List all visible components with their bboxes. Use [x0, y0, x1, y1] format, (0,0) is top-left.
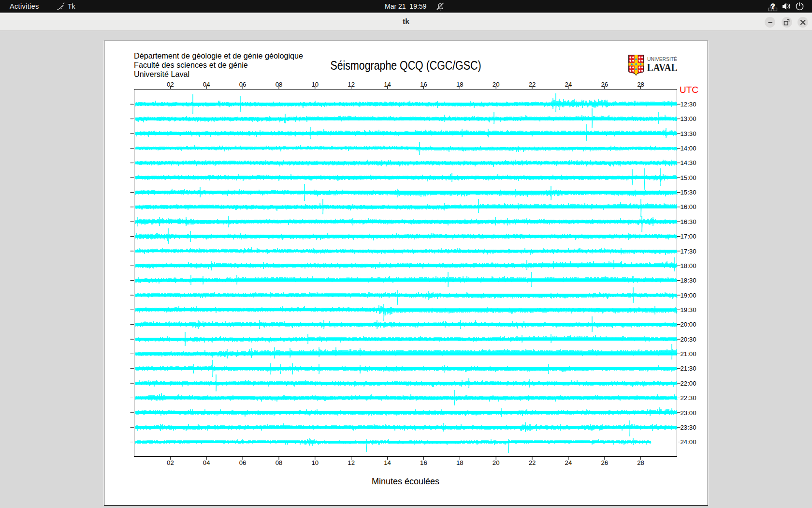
svg-text:16: 16 — [420, 459, 427, 466]
svg-text:20:00: 20:00 — [681, 321, 696, 328]
svg-text:04: 04 — [203, 81, 210, 88]
svg-text:23:30: 23:30 — [681, 424, 696, 431]
svg-text:06: 06 — [239, 459, 246, 466]
svg-text:14: 14 — [384, 459, 391, 466]
svg-text:20:30: 20:30 — [681, 336, 696, 343]
svg-text:UTC: UTC — [680, 85, 698, 95]
svg-text:10: 10 — [311, 459, 319, 466]
svg-text:10: 10 — [311, 81, 319, 88]
svg-text:Département de géologie et de: Département de géologie et de génie géol… — [134, 51, 303, 60]
svg-text:16:30: 16:30 — [681, 218, 696, 225]
svg-text:28: 28 — [637, 459, 644, 466]
svg-text:24:00: 24:00 — [681, 438, 696, 446]
svg-text:18:30: 18:30 — [681, 277, 696, 284]
svg-text:02: 02 — [167, 459, 174, 466]
svg-text:08: 08 — [276, 81, 283, 88]
svg-text:02: 02 — [167, 81, 174, 88]
svg-text:LAVAL: LAVAL — [647, 61, 678, 74]
svg-text:18: 18 — [456, 459, 464, 466]
svg-text:15:00: 15:00 — [681, 174, 696, 181]
svg-text:14:30: 14:30 — [681, 159, 696, 166]
svg-text:04: 04 — [203, 459, 210, 466]
svg-text:Université Laval: Université Laval — [134, 70, 189, 78]
svg-text:Séismographe QCQ (CGC/GSC): Séismographe QCQ (CGC/GSC) — [331, 59, 481, 72]
svg-text:22:00: 22:00 — [681, 380, 696, 387]
svg-text:23:00: 23:00 — [681, 409, 696, 417]
svg-text:14: 14 — [384, 81, 391, 88]
svg-text:26: 26 — [601, 459, 608, 466]
svg-text:24: 24 — [565, 81, 572, 88]
svg-text:16:00: 16:00 — [681, 203, 696, 210]
svg-text:06: 06 — [239, 81, 246, 88]
svg-text:15:30: 15:30 — [681, 189, 696, 196]
svg-text:13:00: 13:00 — [681, 115, 696, 122]
svg-text:Minutes écoulées: Minutes écoulées — [372, 477, 439, 486]
svg-text:22: 22 — [529, 81, 536, 88]
svg-text:21:00: 21:00 — [681, 350, 696, 358]
svg-text:21:30: 21:30 — [681, 365, 696, 372]
svg-text:18:00: 18:00 — [681, 262, 696, 269]
svg-text:19:00: 19:00 — [681, 292, 696, 299]
svg-text:08: 08 — [276, 459, 283, 466]
svg-text:13:30: 13:30 — [681, 130, 696, 137]
svg-text:14:00: 14:00 — [681, 145, 696, 152]
svg-text:20: 20 — [493, 81, 500, 88]
svg-text:17:30: 17:30 — [681, 248, 696, 255]
svg-text:16: 16 — [420, 81, 427, 88]
svg-text:Faculté des sciences et de gén: Faculté des sciences et de génie — [134, 60, 248, 69]
svg-text:20: 20 — [493, 459, 500, 466]
svg-text:28: 28 — [637, 81, 644, 88]
svg-text:19:30: 19:30 — [681, 306, 696, 314]
svg-text:24: 24 — [565, 459, 572, 466]
svg-text:12: 12 — [348, 81, 355, 88]
svg-text:17:00: 17:00 — [681, 233, 696, 240]
svg-text:22: 22 — [529, 459, 536, 466]
svg-text:22:30: 22:30 — [681, 394, 696, 402]
svg-text:?: ? — [771, 2, 775, 10]
svg-text:12:30: 12:30 — [681, 101, 696, 108]
svg-text:26: 26 — [601, 81, 608, 88]
svg-text:18: 18 — [456, 81, 464, 88]
svg-text:12: 12 — [348, 459, 355, 466]
